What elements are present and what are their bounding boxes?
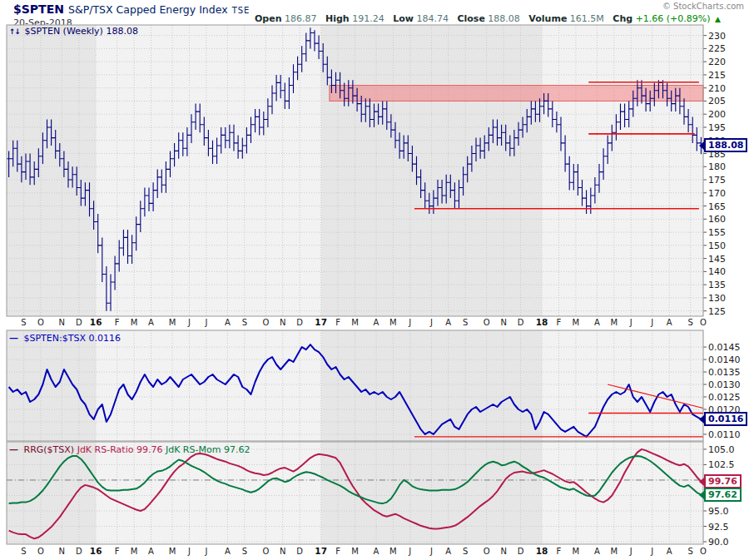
x-axis-month-label: S <box>21 547 26 556</box>
y-axis-tick-label: 130 <box>708 293 726 304</box>
y-axis-tick-label: 180 <box>708 161 726 172</box>
year-band <box>96 25 320 316</box>
x-axis-month-label: J <box>650 318 653 327</box>
x-axis-month-label: A <box>667 547 672 556</box>
x-axis-month-label: O <box>484 547 490 556</box>
year-band <box>7 442 96 544</box>
x-axis-month-label: S <box>242 318 247 327</box>
ohlc-style-icon: ↑↓ <box>9 27 20 36</box>
x-axis-year-label: 17 <box>315 546 327 556</box>
chg-up-arrow-icon: ▲ <box>715 15 721 23</box>
rs-ratio-last: 99.76 <box>136 444 163 455</box>
last-value-box: 188.08 <box>704 138 747 152</box>
rrg-panel-legend: — RRG($TSX) JdK RS-Ratio 99.76 JdK RS-Mo… <box>9 444 250 455</box>
y-axis-tick-label: 0.0130 <box>708 379 741 390</box>
y-axis-tick-label: 150 <box>708 240 726 251</box>
x-axis-month-label: M <box>389 547 397 556</box>
x-axis-year-label: 16 <box>90 546 102 556</box>
x-axis-month-label: A <box>594 318 600 327</box>
x-axis-month-label: O <box>262 318 269 327</box>
x-axis-month-label: J <box>429 318 433 327</box>
x-axis-month-label: N <box>500 547 506 556</box>
x-axis-month-label: M <box>611 547 618 556</box>
x-axis-month-label: J <box>204 547 207 556</box>
year-band <box>7 25 96 316</box>
rs-ratio-legend: JdK RS-Ratio 99.76 <box>77 444 166 455</box>
x-axis-month-label: O <box>37 318 44 327</box>
year-band <box>542 25 703 316</box>
y-axis-tick-label: 160 <box>708 214 726 225</box>
chart-area: 2302252202152102052001951901851801751701… <box>0 23 749 560</box>
resistance-zone <box>330 86 703 102</box>
rs-mom-last: 97.62 <box>224 444 250 455</box>
x-axis-month-label: F <box>335 318 340 327</box>
y-axis-tick-label: 92.5 <box>708 522 729 533</box>
x-axis-month-label: N <box>59 547 65 556</box>
x-axis-month-label: J <box>650 547 653 556</box>
y-axis-tick-label: 125 <box>708 306 726 317</box>
x-axis-month-label: D <box>518 547 524 556</box>
stockcharts-credit-link[interactable]: © StockCharts.com <box>662 2 744 11</box>
x-axis-year-label: 17 <box>315 317 327 327</box>
x-axis-month-label: J <box>629 547 632 556</box>
price-legend-last: 188.08 <box>106 26 138 37</box>
rs-mom-name: JdK RS-Mom <box>166 444 221 455</box>
x-axis-month-label: J <box>187 318 191 327</box>
x-axis-month-label: J <box>408 318 411 327</box>
rrg-legend-prefix: RRG($TSX) <box>24 444 75 455</box>
x-axis-month-label: D <box>518 318 524 327</box>
y-axis-tick-label: 200 <box>708 109 726 120</box>
x-axis-month-label: O <box>700 318 707 327</box>
x-axis-month-label: M <box>611 318 618 327</box>
x-axis-month-label: N <box>280 547 285 556</box>
y-axis-tick-label: 210 <box>708 83 726 94</box>
last-value-box: 0.0116 <box>704 412 747 426</box>
x-axis-month-label: F <box>557 318 562 327</box>
y-axis-tick-label: 175 <box>708 175 726 186</box>
rs-mom-legend: JdK RS-Mom 97.62 <box>166 444 250 455</box>
x-axis-month-label: J <box>408 547 411 556</box>
x-axis-month-label: J <box>629 318 632 327</box>
x-axis-month-label: M <box>131 318 138 327</box>
x-axis-month-label: N <box>59 318 65 327</box>
y-axis-tick-label: 170 <box>708 188 726 199</box>
x-axis-month-label: A <box>225 318 231 327</box>
x-axis-month-label: S <box>242 547 247 556</box>
year-band <box>542 442 703 544</box>
y-axis-tick-label: 95.0 <box>708 506 729 517</box>
y-axis-tick-label: 195 <box>708 122 726 133</box>
x-axis-month-label: M <box>573 547 580 556</box>
x-axis-month-label: D <box>296 547 303 556</box>
x-axis-month-label: A <box>667 318 672 327</box>
y-axis-tick-label: 230 <box>708 31 726 42</box>
y-axis-tick-label: 165 <box>708 201 726 212</box>
x-axis-month-label: N <box>280 318 285 327</box>
x-axis-month-label: S <box>688 547 693 556</box>
x-axis-month-label: D <box>76 547 82 556</box>
x-axis-month-label: F <box>115 547 120 556</box>
y-axis-tick-label: 225 <box>708 43 726 54</box>
year-band <box>7 330 96 441</box>
y-axis-tick-label: 90.0 <box>708 537 729 548</box>
y-axis-tick-label: 140 <box>708 266 726 277</box>
x-axis-month-label: O <box>262 547 269 556</box>
x-axis-month-label: M <box>389 318 397 327</box>
line-swatch-icon: — <box>9 444 18 455</box>
y-axis-tick-label: 105.0 <box>708 444 735 455</box>
x-axis-month-label: O <box>484 318 490 327</box>
price-panel-legend: ↑↓ $SPTEN (Weekly) 188.08 <box>9 26 138 37</box>
x-axis-month-label: O <box>37 547 44 556</box>
x-axis-month-label: M <box>351 318 359 327</box>
y-axis-tick-label: 102.5 <box>708 459 735 470</box>
x-axis-month-label: M <box>351 547 359 556</box>
x-axis-month-label: A <box>225 547 231 556</box>
x-axis-year-label: 16 <box>90 317 102 327</box>
chart-header: $SPTEN S&P/TSX Capped Energy Index TSE <box>13 1 737 12</box>
x-axis-year-label: 18 <box>536 317 548 327</box>
x-axis-month-label: A <box>445 547 451 556</box>
price-legend-name: $SPTEN (Weekly) <box>25 26 103 37</box>
x-axis-month-label: F <box>557 547 562 556</box>
y-axis-tick-label: 155 <box>708 227 726 238</box>
x-axis-month-label: A <box>374 318 379 327</box>
x-axis-month-label: O <box>700 547 707 556</box>
